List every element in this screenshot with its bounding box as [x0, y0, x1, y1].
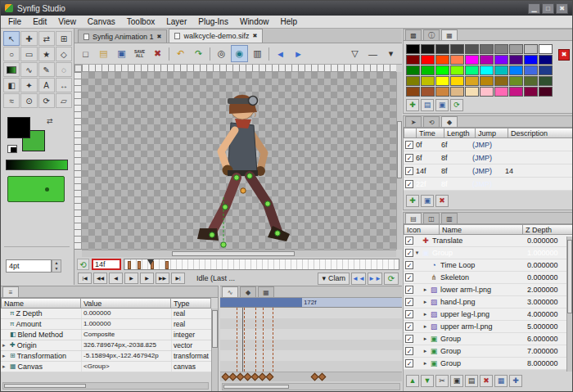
palette-swatch[interactable]: [406, 44, 420, 54]
palette-swatch[interactable]: [539, 87, 553, 97]
tab-layers[interactable]: ▤: [405, 213, 422, 223]
keyframe-jump[interactable]: (JMP): [470, 167, 503, 175]
column-header-description[interactable]: Description: [508, 128, 573, 138]
palette-swatch[interactable]: [421, 44, 435, 54]
tool-circle[interactable]: ○: [3, 47, 20, 61]
column-header-blank[interactable]: [404, 128, 417, 138]
palette-swatch[interactable]: [539, 55, 553, 65]
palette-swatch[interactable]: [465, 87, 479, 97]
default-gradient-swatch[interactable]: [6, 160, 68, 170]
palette-swatch[interactable]: [421, 55, 435, 65]
close-icon[interactable]: ✖: [157, 34, 162, 40]
tool-smooth-move[interactable]: ✚: [20, 31, 37, 46]
group-layer-button[interactable]: ▦: [494, 375, 508, 387]
tab-canvas-browser[interactable]: ◫: [423, 213, 440, 223]
open-file-button[interactable]: ▤: [95, 45, 112, 62]
palette-swatch[interactable]: [435, 55, 449, 65]
palette-swatch[interactable]: [435, 44, 449, 54]
layer-visible-checkbox[interactable]: ✓: [405, 335, 413, 343]
maximize-button[interactable]: □: [542, 3, 554, 14]
menu-file[interactable]: File: [2, 17, 27, 26]
column-header-jump[interactable]: Jump: [476, 128, 508, 138]
clamp-dropdown[interactable]: ▾ Clam: [318, 273, 350, 285]
palette-swatch[interactable]: [435, 87, 449, 97]
keyframe-enabled-checkbox[interactable]: ✓: [405, 167, 413, 175]
no-color-swatch[interactable]: ✖: [558, 49, 570, 61]
palette-swatch[interactable]: [524, 44, 538, 54]
palette-swatch[interactable]: [406, 65, 420, 75]
layer-row[interactable]: ✓▸▨lower arm-l.png2.000000: [404, 284, 573, 296]
palette-swatch[interactable]: [494, 44, 508, 54]
horizontal-ruler[interactable]: [82, 65, 396, 72]
menu-view[interactable]: View: [52, 17, 82, 26]
tab-keyframes[interactable]: ◆: [441, 116, 458, 127]
palette-swatch[interactable]: [406, 55, 420, 65]
param-row[interactable]: ▸▦Canvas<Group>canvas: [1, 362, 211, 372]
resolution-dropdown-button[interactable]: ▾: [382, 45, 399, 62]
tool-mirror[interactable]: ⇄: [38, 31, 55, 46]
onion-skin-button[interactable]: ◎: [213, 45, 230, 62]
expander-icon[interactable]: ▸: [422, 336, 429, 342]
scrollbar-thumb[interactable]: [172, 251, 295, 256]
tool-rotate[interactable]: ⟳: [38, 93, 55, 108]
tool-star[interactable]: ★: [38, 47, 55, 61]
palette-swatch[interactable]: [509, 87, 523, 97]
render-button[interactable]: ▥: [249, 45, 266, 62]
expander-icon[interactable]: ▸: [2, 362, 8, 372]
waypoint-icon[interactable]: [266, 373, 274, 381]
tool-eyedrop[interactable]: ✦: [20, 78, 37, 92]
palette-swatch[interactable]: [450, 44, 464, 54]
loop-toggle-button[interactable]: ⟲: [77, 259, 89, 270]
canvas-horizontal-scrollbar[interactable]: [82, 250, 396, 257]
play-button[interactable]: ▶: [124, 273, 138, 284]
keyframe-jump[interactable]: (JMP): [470, 180, 503, 188]
titlebar[interactable]: Synfig Studio ▁□✖: [1, 1, 572, 16]
minimize-button[interactable]: ▁: [528, 3, 540, 14]
keyframe-enabled-checkbox[interactable]: ✓: [405, 154, 413, 162]
palette-swatch[interactable]: [450, 65, 464, 75]
layer-row[interactable]: ✓✚Translate0.000000: [404, 235, 573, 247]
lock-future-keyframe-button[interactable]: ►: [290, 45, 307, 62]
palette-swatch[interactable]: [465, 55, 479, 65]
tool-transform[interactable]: ↖: [3, 31, 20, 46]
menu-edit[interactable]: Edit: [27, 17, 52, 26]
param-row[interactable]: πZ Depth0.000000real: [1, 309, 211, 319]
tool-gradient[interactable]: [3, 62, 20, 77]
palette-swatch[interactable]: [539, 76, 553, 86]
tool-sketch[interactable]: ≈: [3, 93, 20, 108]
duplicate-keyframe-button[interactable]: ▣: [421, 195, 434, 207]
refresh-button[interactable]: ⟳: [384, 273, 399, 285]
copy-layer-button[interactable]: ▣: [450, 375, 463, 387]
menu-canvas[interactable]: Canvas: [82, 17, 121, 26]
new-file-button[interactable]: □: [77, 45, 94, 62]
layer-row[interactable]: ✓▸▨hand-l.png3.000000: [404, 296, 573, 309]
palette-swatch[interactable]: [465, 44, 479, 54]
reload-palette-button[interactable]: ⟳: [450, 99, 463, 111]
expander-icon[interactable]: ▸: [422, 311, 429, 318]
palette-swatch[interactable]: [465, 76, 479, 86]
palette-swatch[interactable]: [494, 76, 508, 86]
param-value[interactable]: 0.000000: [81, 309, 171, 318]
tab-swatches[interactable]: ▩: [405, 29, 422, 40]
palette-swatch[interactable]: [524, 55, 538, 65]
time-cursor-icon[interactable]: [147, 259, 154, 265]
palette-swatch[interactable]: [435, 76, 449, 86]
param-value[interactable]: 326.789674px,-2038.825: [81, 340, 171, 350]
layer-visible-checkbox[interactable]: ✓: [405, 249, 413, 257]
palette-swatch[interactable]: [480, 65, 494, 75]
keyframe-jump[interactable]: (JMP): [470, 141, 503, 149]
close-icon[interactable]: ✖: [252, 33, 257, 39]
column-header-name[interactable]: Name: [1, 298, 81, 309]
lock-past-keyframe-button[interactable]: ◄: [272, 45, 289, 62]
lock-past-button[interactable]: ◄◄: [351, 273, 366, 285]
layer-visible-checkbox[interactable]: ✓: [405, 298, 413, 306]
menu-toolbox[interactable]: Toolbox: [121, 17, 160, 26]
layer-row[interactable]: ✓▸▣Group7.000000: [404, 345, 573, 358]
expander-icon[interactable]: ▸: [422, 286, 429, 293]
tab-params[interactable]: ≡: [2, 286, 19, 297]
save-palette-button[interactable]: ▣: [435, 99, 449, 111]
layer-visible-checkbox[interactable]: ✓: [405, 359, 413, 367]
expander-icon[interactable]: ▸: [2, 340, 8, 350]
tab-history[interactable]: ⟲: [423, 116, 440, 127]
scrollbar-thumb[interactable]: [4, 384, 86, 388]
